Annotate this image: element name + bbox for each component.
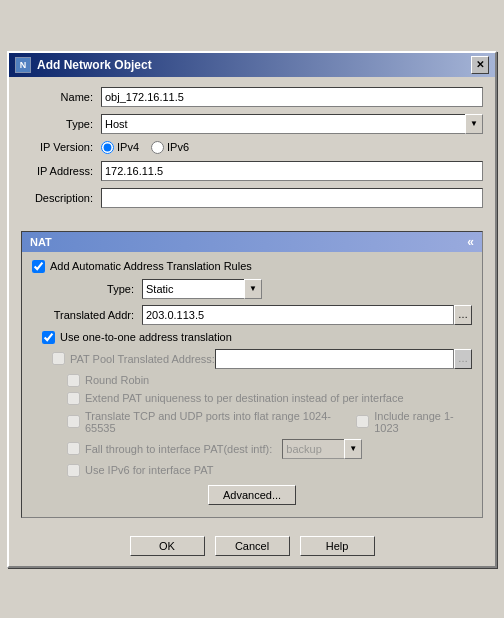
translated-addr-wrapper: …	[142, 305, 472, 325]
include-range-label: Include range 1-1023	[374, 410, 472, 434]
extend-pat-checkbox[interactable]	[67, 392, 80, 405]
translate-tcp-label: Translate TCP and UDP ports into flat ra…	[85, 410, 345, 434]
description-row: Description:	[21, 188, 483, 208]
nat-type-select[interactable]: Static	[142, 279, 262, 299]
translated-addr-control: …	[142, 305, 472, 325]
ip-address-row: IP Address:	[21, 161, 483, 181]
nat-header: NAT «	[22, 232, 482, 252]
ip-version-row: IP Version: IPv4 IPv6	[21, 141, 483, 154]
ipv6-radio-item: IPv6	[151, 141, 189, 154]
type-label: Type:	[21, 118, 101, 130]
type-control: Host ▼	[101, 114, 483, 134]
name-input[interactable]	[101, 87, 483, 107]
pat-pool-label: PAT Pool Translated Address:	[70, 353, 215, 365]
name-row: Name:	[21, 87, 483, 107]
window-title: Add Network Object	[37, 58, 152, 72]
description-input[interactable]	[101, 188, 483, 208]
fall-through-select[interactable]: backup	[282, 439, 362, 459]
pat-pool-input	[215, 349, 454, 369]
advanced-btn-row: Advanced...	[32, 485, 472, 505]
ip-version-control: IPv4 IPv6	[101, 141, 483, 154]
use-one-to-one-checkbox[interactable]	[42, 331, 55, 344]
add-auto-checkbox[interactable]	[32, 260, 45, 273]
extend-pat-row: Extend PAT uniqueness to per destination…	[32, 392, 472, 405]
ipv6-label: IPv6	[167, 141, 189, 153]
extend-pat-label: Extend PAT uniqueness to per destination…	[85, 392, 404, 404]
ipv6-pat-label: Use IPv6 for interface PAT	[85, 464, 214, 476]
type-row: Type: Host ▼	[21, 114, 483, 134]
nat-type-row: Type: Static ▼	[32, 279, 472, 299]
ipv4-radio-item: IPv4	[101, 141, 139, 154]
use-one-to-one-label: Use one-to-one address translation	[60, 331, 232, 343]
use-one-to-one-row: Use one-to-one address translation	[32, 331, 472, 344]
footer: OK Cancel Help	[9, 528, 495, 566]
fall-through-select-wrapper: backup ▼	[282, 439, 362, 459]
ipv4-label: IPv4	[117, 141, 139, 153]
advanced-button[interactable]: Advanced...	[208, 485, 296, 505]
translated-addr-row: Translated Addr: …	[32, 305, 472, 325]
description-control	[101, 188, 483, 208]
fall-through-checkbox[interactable]	[67, 442, 80, 455]
ok-button[interactable]: OK	[130, 536, 205, 556]
pat-pool-row: PAT Pool Translated Address: …	[32, 349, 472, 369]
fall-through-row: Fall through to interface PAT(dest intf)…	[32, 439, 472, 459]
name-control	[101, 87, 483, 107]
ip-address-control	[101, 161, 483, 181]
translated-addr-label: Translated Addr:	[32, 309, 142, 321]
type-select[interactable]: Host	[101, 114, 483, 134]
main-window: N Add Network Object ✕ Name: Type: Host …	[7, 51, 497, 568]
round-robin-label: Round Robin	[85, 374, 149, 386]
add-auto-label: Add Automatic Address Translation Rules	[50, 260, 252, 272]
add-auto-row: Add Automatic Address Translation Rules	[32, 260, 472, 273]
window-icon-label: N	[20, 60, 27, 70]
title-bar-left: N Add Network Object	[15, 57, 152, 73]
nat-collapse-icon[interactable]: «	[467, 235, 474, 249]
ip-version-label: IP Version:	[21, 141, 101, 153]
ip-address-input[interactable]	[101, 161, 483, 181]
translate-tcp-checkbox[interactable]	[67, 415, 80, 428]
translate-tcp-row: Translate TCP and UDP ports into flat ra…	[32, 410, 472, 434]
ip-version-radio-group: IPv4 IPv6	[101, 141, 189, 154]
nat-content: Add Automatic Address Translation Rules …	[22, 252, 482, 517]
pat-pool-addr-wrapper: …	[215, 349, 472, 369]
ip-address-label: IP Address:	[21, 165, 101, 177]
type-select-wrapper: Host ▼	[101, 114, 483, 134]
form-content: Name: Type: Host ▼ IP Version:	[9, 77, 495, 528]
fall-through-label: Fall through to interface PAT(dest intf)…	[85, 443, 272, 455]
nat-type-select-wrapper: Static ▼	[142, 279, 262, 299]
translated-addr-input[interactable]	[142, 305, 454, 325]
include-range-checkbox[interactable]	[356, 415, 369, 428]
window-icon: N	[15, 57, 31, 73]
close-button[interactable]: ✕	[471, 56, 489, 74]
description-label: Description:	[21, 192, 101, 204]
nat-type-control: Static ▼	[142, 279, 472, 299]
round-robin-checkbox[interactable]	[67, 374, 80, 387]
pat-pool-checkbox[interactable]	[52, 352, 65, 365]
round-robin-row: Round Robin	[32, 374, 472, 387]
help-button[interactable]: Help	[300, 536, 375, 556]
cancel-button[interactable]: Cancel	[215, 536, 290, 556]
nat-type-label: Type:	[32, 283, 142, 295]
ipv4-radio[interactable]	[101, 141, 114, 154]
translated-addr-button[interactable]: …	[454, 305, 472, 325]
ipv6-radio[interactable]	[151, 141, 164, 154]
ipv6-row: Use IPv6 for interface PAT	[32, 464, 472, 477]
nat-section: NAT « Add Automatic Address Translation …	[21, 231, 483, 518]
nat-title: NAT	[30, 236, 52, 248]
ipv6-pat-checkbox[interactable]	[67, 464, 80, 477]
pat-pool-button: …	[454, 349, 472, 369]
title-bar: N Add Network Object ✕	[9, 53, 495, 77]
name-label: Name:	[21, 91, 101, 103]
